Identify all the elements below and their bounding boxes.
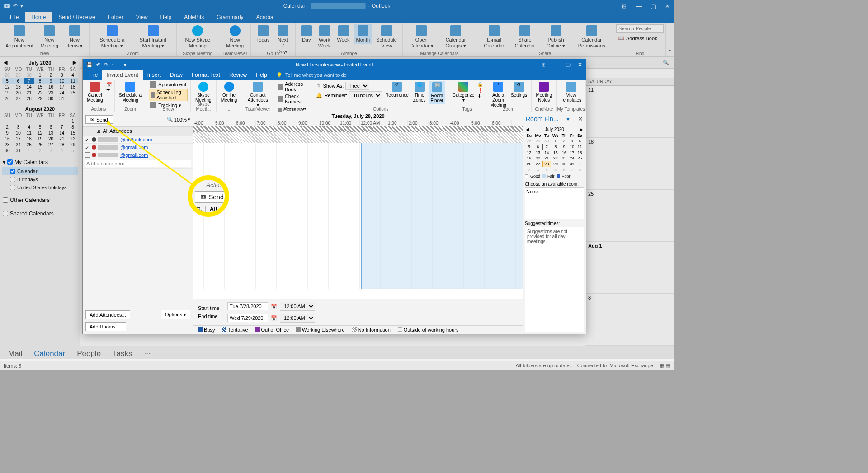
calendar-groups-button[interactable]: Calendar Groups ▾ [439, 24, 472, 50]
add-attendee-row[interactable] [83, 159, 193, 169]
time-zones-button[interactable]: 🌐Time Zones [412, 81, 427, 103]
skype-meeting-button[interactable]: New Skype Meeting [180, 24, 216, 50]
shared-calendars-checkbox[interactable] [3, 211, 8, 216]
down-icon[interactable]: ↓ [118, 62, 121, 67]
calendar-item[interactable]: Calendar [2, 167, 78, 175]
nav-more[interactable]: ··· [144, 349, 151, 358]
private-icon[interactable]: 🔒 [477, 82, 483, 87]
prev-month-icon[interactable]: ◀ [4, 60, 7, 66]
end-time-select[interactable]: 12:00 AM [280, 314, 315, 323]
selected-time-range[interactable] [361, 126, 523, 289]
week-slot-18[interactable]: 18 [585, 138, 674, 190]
end-date-input[interactable] [227, 314, 268, 322]
contact-attendees-button[interactable]: Contact Attendees ▾ [245, 81, 271, 108]
add-name-input[interactable] [85, 160, 191, 167]
month-button[interactable]: Month [354, 24, 372, 44]
minimize-button[interactable]: — [636, 3, 642, 9]
mini-calendar-august[interactable]: August 2020 SUMOTUWETHFRSA 1 2345678 910… [2, 105, 78, 154]
calendar-picker-icon[interactable]: 📅 [271, 315, 277, 321]
dlg-tab-format-text[interactable]: Format Text [187, 70, 225, 80]
day-view-button[interactable]: Day [299, 24, 314, 44]
tab-view[interactable]: View [130, 12, 154, 22]
share-calendar-button[interactable]: Share Calendar [511, 24, 539, 50]
tab-ablebits[interactable]: AbleBits [178, 12, 210, 22]
show-as-select[interactable]: Free [345, 82, 369, 90]
importance-low-icon[interactable]: ⬇ [477, 94, 483, 98]
week-slot-25[interactable]: 25 [585, 190, 674, 242]
dialog-ribbon-opts[interactable]: ⊞ [541, 61, 546, 68]
reminder-select[interactable]: 18 hours [349, 91, 382, 99]
add-rooms-button[interactable]: Add Rooms... [85, 322, 126, 331]
calendar-picker-icon[interactable]: 📅 [271, 304, 277, 309]
holidays-checkbox[interactable] [10, 185, 15, 190]
view-icons[interactable]: ▦ ▤ [660, 363, 670, 369]
tab-send-receive[interactable]: Send / Receive [52, 12, 101, 22]
my-calendars-checkbox[interactable] [7, 159, 13, 165]
address-book-link[interactable]: 📖Address Book [616, 34, 664, 42]
zoom-icon[interactable]: 🔍 [167, 117, 173, 122]
week-slot-8[interactable]: 8 [585, 294, 674, 346]
close-button[interactable]: ✕ [665, 3, 670, 9]
save-icon[interactable]: 💾 [86, 62, 93, 68]
check-names-button[interactable]: Check Names [277, 93, 310, 105]
search-icon[interactable]: 🔍 [663, 60, 669, 66]
open-calendar-button[interactable]: Open Calendar ▾ [406, 24, 437, 50]
new-items-button[interactable]: New Items ▾ [64, 24, 86, 50]
undo-icon[interactable]: ↶ [96, 62, 100, 68]
undo-icon[interactable]: ↶ [13, 3, 18, 9]
mini-calendar-july[interactable]: ◀July 2020▶ SUMOTUWETHFRSA 2829301234 56… [2, 59, 78, 102]
ribbon-display-icon[interactable]: ⊞ [622, 3, 627, 9]
tab-acrobat[interactable]: Acrobat [250, 12, 281, 22]
scheduling-assistant-button[interactable]: Scheduling Assistant [149, 89, 188, 101]
tab-file[interactable]: File [4, 12, 25, 22]
recurrence-button[interactable]: ⟳Recurrence [384, 81, 410, 98]
tab-folder[interactable]: Folder [102, 12, 130, 22]
redo-icon[interactable]: ↷ [104, 62, 108, 68]
categorize-button[interactable]: Categorize ▾ [451, 81, 476, 103]
attendee-checkbox[interactable] [85, 152, 90, 158]
room-finder-calendar[interactable]: ◀July 2020▶ SuMoTuWeThFrSa 2829301234 56… [525, 126, 584, 173]
collapse-ribbon-icon[interactable]: ⌃ [666, 47, 674, 56]
room-finder-button[interactable]: 🏢Room Finder [429, 81, 445, 104]
up-icon[interactable]: ↑ [112, 62, 114, 67]
zoom-settings-button[interactable]: ⚙Settings [509, 81, 528, 98]
dlg-tab-invited-event[interactable]: Invited Event [102, 70, 142, 80]
room-finder-dropdown[interactable]: ▾ [566, 115, 570, 122]
dlg-skype-button[interactable]: Skype Meeting [193, 81, 213, 103]
new-appointment-button[interactable]: New Appointment [4, 24, 35, 50]
options-button[interactable]: Options ▾ [161, 310, 190, 319]
start-date-input[interactable] [227, 302, 268, 310]
nav-mail[interactable]: Mail [8, 349, 22, 358]
address-book-button[interactable]: Address Book [277, 81, 310, 93]
dlg-tab-review[interactable]: Review [225, 70, 251, 80]
appointment-button[interactable]: Appointment [149, 81, 188, 88]
dialog-close[interactable]: ✕ [578, 61, 582, 68]
attendee-row-1[interactable]: ✓ @outlook.com [83, 136, 193, 144]
attendee-checkbox[interactable]: ✓ [85, 145, 90, 150]
holidays-item[interactable]: United States holidays [2, 183, 78, 192]
cancel-meeting-button[interactable]: Cancel Meeting [85, 81, 104, 103]
meeting-notes-button[interactable]: Meeting Notes [534, 81, 553, 103]
today-button[interactable]: Today [255, 24, 271, 44]
dlg-zoom-schedule-button[interactable]: Schedule a Meeting [118, 81, 143, 103]
zoom-instant-button[interactable]: Start Instant Meeting ▾ [133, 24, 172, 50]
dialog-maximize[interactable]: ▢ [566, 61, 571, 68]
view-templates-button[interactable]: View Templates [559, 81, 583, 103]
available-rooms-list[interactable]: None [525, 187, 584, 219]
teamviewer-meeting-button[interactable]: New Meeting [223, 24, 247, 50]
online-meeting-button[interactable]: Online Meeting [219, 81, 239, 103]
dlg-tab-insert[interactable]: Insert [143, 70, 165, 80]
dlg-tab-draw[interactable]: Draw [165, 70, 187, 80]
start-time-select[interactable]: 12:00 AM [280, 302, 315, 311]
tell-me-input[interactable]: 💡Tell me what you want to do [276, 72, 347, 78]
email-calendar-button[interactable]: E-mail Calendar [480, 24, 508, 50]
next-month-icon[interactable]: ▶ [73, 60, 76, 66]
rf-next-month[interactable]: ▶ [580, 127, 583, 132]
search-people-input[interactable] [616, 24, 664, 33]
week-button[interactable]: Week [335, 24, 352, 44]
attendee-checkbox[interactable]: ✓ [85, 137, 90, 142]
my-calendars-section[interactable]: ▾My Calendars [2, 157, 78, 167]
qat-more[interactable]: ▾ [20, 3, 23, 9]
week-slot-11[interactable]: 11 [585, 86, 674, 138]
tab-grammarly[interactable]: Grammarly [210, 12, 250, 22]
